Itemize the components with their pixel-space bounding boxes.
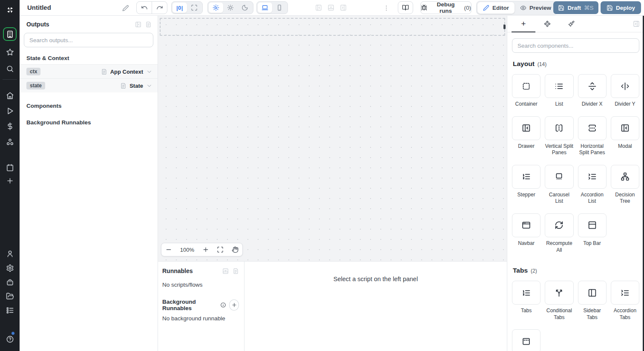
theme-light-button[interactable] (223, 3, 238, 13)
rail-item-user[interactable] (3, 247, 17, 260)
no-background-runnable-message: No background runnable (162, 315, 239, 322)
rail-item-settings[interactable] (3, 261, 17, 275)
tab-insert-component[interactable]: + (512, 16, 535, 32)
app-canvas[interactable]: 100% (158, 16, 507, 261)
component-tile[interactable] (545, 281, 573, 305)
rail-item-home[interactable] (3, 89, 17, 102)
search-outputs-input[interactable] (24, 33, 153, 47)
component-tile[interactable] (578, 74, 607, 98)
component-label: Sidebar Tabs (578, 308, 607, 321)
component-tile[interactable] (512, 74, 540, 98)
component-cell: List (545, 74, 573, 108)
deploy-button[interactable]: Deploy (601, 1, 641, 14)
tree-icon (621, 172, 630, 181)
component-tile[interactable] (578, 213, 607, 237)
outline-toggle-button[interactable]: |0| (172, 3, 187, 13)
sun-icon (227, 4, 234, 11)
windmill-logo-icon[interactable] (3, 3, 17, 17)
component-icon (544, 20, 551, 27)
rail-item-create[interactable] (3, 174, 17, 187)
fullscreen-canvas-button[interactable] (187, 3, 201, 13)
edit-title-button[interactable] (120, 3, 131, 14)
more-menu-button[interactable] (381, 3, 392, 14)
play-icon (6, 107, 14, 115)
runnables-panel: Runnables No scripts/flows Background Ru… (158, 262, 244, 351)
mobile-view-button[interactable] (272, 3, 287, 13)
calendar-icon (6, 164, 14, 172)
save-icon (558, 5, 564, 11)
component-tile[interactable] (512, 165, 540, 189)
zoom-out-button[interactable] (165, 246, 172, 253)
document-icon[interactable] (145, 21, 152, 28)
chevron-down-icon[interactable] (146, 69, 152, 75)
collapse-panel-icon[interactable] (222, 268, 229, 274)
theme-dark-button[interactable] (238, 3, 252, 13)
panel-left-close-icon[interactable] (315, 4, 322, 11)
component-tile[interactable] (611, 165, 639, 189)
component-tile[interactable] (578, 165, 607, 189)
component-tile[interactable] (545, 213, 573, 237)
undo-button[interactable] (137, 2, 152, 14)
list-collapse-icon (621, 288, 630, 297)
rail-item-search[interactable] (3, 62, 17, 75)
desktop-view-button[interactable] (258, 3, 272, 13)
canvas-dropzone[interactable] (160, 18, 505, 36)
chevron-down-icon[interactable] (146, 83, 152, 89)
editor-preview-toggle: Editor Preview (476, 1, 558, 15)
collapse-panel-icon[interactable] (135, 21, 141, 28)
tab-component-settings[interactable] (535, 16, 559, 32)
rail-item-favorites[interactable] (3, 45, 17, 59)
docs-button[interactable] (398, 1, 413, 14)
output-row-state[interactable]: state State (20, 78, 158, 92)
component-tile[interactable] (512, 213, 540, 237)
fit-view-button[interactable] (217, 246, 224, 253)
draft-button[interactable]: Draft ⌘S (553, 1, 598, 14)
rail-item-app-builder[interactable] (3, 27, 17, 41)
document-icon (120, 83, 126, 89)
deploy-label: Deploy (616, 5, 635, 11)
component-tile[interactable] (611, 281, 639, 305)
panel-bottom-close-icon[interactable] (328, 4, 334, 11)
theme-auto-button[interactable] (209, 3, 223, 13)
tab-styling[interactable] (559, 16, 583, 32)
component-tile[interactable] (545, 165, 573, 189)
rail-item-folders[interactable] (3, 289, 17, 303)
panel-right-close-icon[interactable] (340, 4, 347, 11)
component-tile[interactable] (611, 74, 639, 98)
rail-item-audit-logs[interactable] (3, 303, 17, 317)
resize-handle[interactable] (503, 25, 506, 29)
component-tile[interactable] (545, 74, 573, 98)
rail-item-schedules[interactable] (3, 161, 17, 174)
preview-tab[interactable]: Preview (515, 2, 557, 14)
rail-item-workers[interactable] (3, 275, 17, 289)
maximize-icon (191, 4, 198, 11)
component-tile[interactable] (578, 281, 607, 305)
debug-runs-button[interactable]: Debug runs (0) (420, 1, 472, 14)
editor-tab[interactable]: Editor (477, 2, 515, 14)
pan-button[interactable] (232, 246, 239, 253)
no-scripts-message: No scripts/flows (162, 282, 239, 288)
canvas-zoom-toolbar: 100% (161, 243, 243, 256)
redo-button[interactable] (152, 2, 167, 14)
component-label: Drawer (518, 143, 535, 150)
rail-item-variables[interactable] (3, 119, 17, 133)
component-tile[interactable] (512, 329, 540, 351)
add-background-runnable-button[interactable] (229, 299, 239, 311)
rail-item-runs[interactable] (3, 104, 17, 118)
components-panel-tabs: + (507, 16, 644, 32)
component-tile[interactable] (512, 281, 540, 305)
draft-label: Draft (567, 5, 581, 11)
component-cell: Container (512, 74, 540, 108)
search-components-input[interactable] (512, 38, 639, 53)
component-tile[interactable] (578, 116, 607, 140)
component-tile[interactable] (545, 116, 573, 140)
panel-toggle-group (315, 4, 347, 11)
document-icon[interactable] (233, 268, 239, 274)
collapse-right-panel-icon[interactable] (633, 20, 640, 27)
zoom-in-button[interactable] (202, 246, 209, 253)
component-tile[interactable] (611, 116, 639, 140)
rail-item-resources[interactable] (3, 135, 17, 149)
rail-item-help[interactable] (3, 332, 17, 346)
component-tile[interactable] (512, 116, 540, 140)
output-row-ctx[interactable]: ctx App Context (20, 64, 158, 78)
